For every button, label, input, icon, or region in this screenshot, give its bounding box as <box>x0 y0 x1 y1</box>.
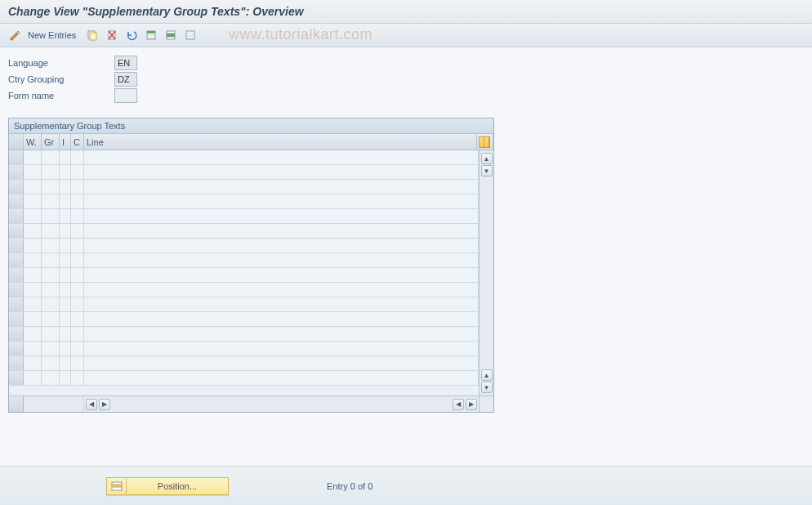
cell-line[interactable] <box>84 268 479 282</box>
cell-w[interactable] <box>24 150 42 164</box>
cell-i[interactable] <box>60 268 71 282</box>
cell-line[interactable] <box>84 224 479 238</box>
cell-w[interactable] <box>24 312 42 326</box>
scroll-left-icon[interactable]: ◀ <box>86 399 97 410</box>
col-c[interactable]: C <box>71 134 84 150</box>
cell-line[interactable] <box>84 194 479 208</box>
cell-c[interactable] <box>71 283 84 297</box>
table-row[interactable] <box>9 180 479 194</box>
cell-gr[interactable] <box>42 209 60 223</box>
cell-w[interactable] <box>24 253 42 267</box>
cell-i[interactable] <box>60 239 71 252</box>
toggle-display-change-icon[interactable] <box>7 27 23 43</box>
cell-w[interactable] <box>24 371 42 385</box>
row-selector[interactable] <box>9 224 24 238</box>
cell-c[interactable] <box>71 371 84 385</box>
cell-w[interactable] <box>24 194 42 208</box>
row-selector[interactable] <box>9 180 24 194</box>
scroll-right-small-icon[interactable]: ▶ <box>99 399 110 410</box>
cell-gr[interactable] <box>42 312 60 326</box>
table-row[interactable] <box>9 209 479 224</box>
cell-c[interactable] <box>71 180 84 194</box>
cell-w[interactable] <box>24 180 42 194</box>
col-line[interactable]: Line <box>84 134 477 150</box>
cell-line[interactable] <box>84 209 479 223</box>
cell-line[interactable] <box>84 150 479 164</box>
table-row[interactable] <box>9 312 479 327</box>
cell-c[interactable] <box>71 312 84 326</box>
cell-gr[interactable] <box>42 150 60 164</box>
scroll-up-icon[interactable]: ▲ <box>481 153 493 164</box>
scroll-down-icon[interactable]: ▼ <box>481 382 493 393</box>
table-config-button[interactable] <box>477 134 493 150</box>
table-row[interactable] <box>9 327 479 342</box>
row-selector[interactable] <box>9 165 24 179</box>
cell-gr[interactable] <box>42 297 60 311</box>
cell-c[interactable] <box>71 268 84 282</box>
scroll-down-small-icon[interactable]: ▼ <box>481 165 493 177</box>
new-entries-button[interactable]: New Entries <box>28 30 76 40</box>
cell-i[interactable] <box>60 150 71 164</box>
col-w[interactable]: W. <box>24 134 42 150</box>
cell-w[interactable] <box>24 356 42 370</box>
cell-i[interactable] <box>60 327 71 341</box>
table-row[interactable] <box>9 224 479 239</box>
col-gr[interactable]: Gr <box>42 134 60 150</box>
cell-line[interactable] <box>84 312 479 326</box>
col-i[interactable]: I <box>60 134 71 150</box>
cell-line[interactable] <box>84 371 479 385</box>
cell-i[interactable] <box>60 194 71 208</box>
table-row[interactable] <box>9 239 479 253</box>
row-selector[interactable] <box>9 312 24 326</box>
cell-w[interactable] <box>24 209 42 223</box>
cell-i[interactable] <box>60 297 71 311</box>
cell-w[interactable] <box>24 165 42 179</box>
row-selector[interactable] <box>9 342 24 355</box>
delete-icon[interactable] <box>104 27 120 43</box>
table-row[interactable] <box>9 194 479 209</box>
row-selector[interactable] <box>9 209 24 223</box>
cell-w[interactable] <box>24 327 42 341</box>
position-button[interactable]: Position... <box>106 477 229 495</box>
table-row[interactable] <box>9 268 479 283</box>
scroll-up-small-icon[interactable]: ▲ <box>481 369 493 381</box>
cell-gr[interactable] <box>42 283 60 297</box>
cell-line[interactable] <box>84 283 479 297</box>
row-selector[interactable] <box>9 297 24 311</box>
cell-w[interactable] <box>24 239 42 252</box>
cell-w[interactable] <box>24 224 42 238</box>
cell-i[interactable] <box>60 253 71 267</box>
cell-i[interactable] <box>60 224 71 238</box>
table-row[interactable] <box>9 150 479 165</box>
undo-icon[interactable] <box>123 27 140 43</box>
cell-line[interactable] <box>84 253 479 267</box>
cell-i[interactable] <box>60 180 71 194</box>
cell-gr[interactable] <box>42 165 60 179</box>
select-block-icon[interactable] <box>163 27 179 43</box>
cell-i[interactable] <box>60 371 71 385</box>
vertical-scrollbar[interactable]: ▲ ▼ ▲ ▼ <box>479 150 493 396</box>
copy-icon[interactable] <box>84 27 100 43</box>
scroll-left-small-icon[interactable]: ◀ <box>453 399 464 410</box>
cell-c[interactable] <box>71 253 84 267</box>
cell-i[interactable] <box>60 209 71 223</box>
cell-i[interactable] <box>60 312 71 326</box>
cell-c[interactable] <box>71 209 84 223</box>
cell-c[interactable] <box>71 239 84 252</box>
cell-gr[interactable] <box>42 194 60 208</box>
row-selector[interactable] <box>9 283 24 297</box>
cell-gr[interactable] <box>42 253 60 267</box>
cell-line[interactable] <box>84 342 479 355</box>
cell-gr[interactable] <box>42 327 60 341</box>
cell-c[interactable] <box>71 297 84 311</box>
cell-gr[interactable] <box>42 224 60 238</box>
cell-i[interactable] <box>60 283 71 297</box>
cell-c[interactable] <box>71 356 84 370</box>
cell-line[interactable] <box>84 297 479 311</box>
form-name-field[interactable] <box>114 88 137 103</box>
cell-c[interactable] <box>71 327 84 341</box>
row-selector[interactable] <box>9 253 24 267</box>
cell-gr[interactable] <box>42 268 60 282</box>
cell-line[interactable] <box>84 327 479 341</box>
cell-w[interactable] <box>24 283 42 297</box>
